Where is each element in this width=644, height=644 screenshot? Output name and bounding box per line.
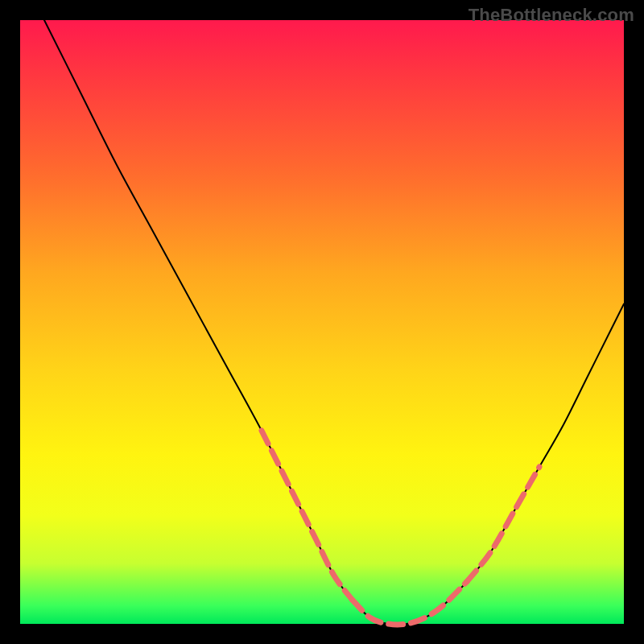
highlight-segment xyxy=(467,467,539,582)
bottleneck-curve xyxy=(44,20,624,625)
highlight-segments xyxy=(262,431,539,625)
curve-svg xyxy=(20,20,624,624)
plot-area xyxy=(20,20,624,624)
highlight-segment xyxy=(262,431,353,600)
highlight-segment xyxy=(353,582,468,625)
watermark-text: TheBottleneck.com xyxy=(469,5,634,26)
chart-container: TheBottleneck.com xyxy=(0,0,644,644)
